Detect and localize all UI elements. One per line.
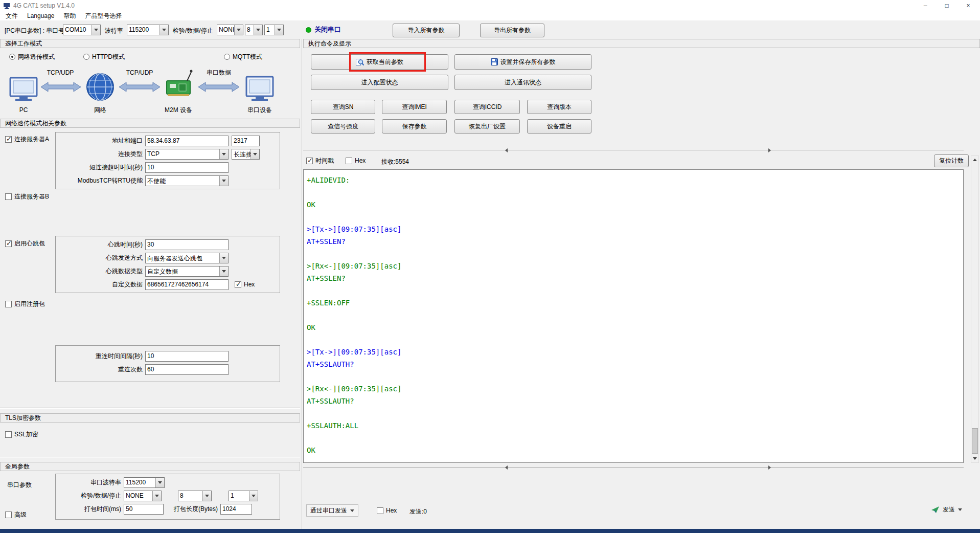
scroll-down-icon[interactable]	[971, 455, 978, 462]
scroll-up-icon[interactable]	[971, 156, 978, 164]
log-line: >[Rx<-][09:07:35][asc]	[307, 383, 963, 395]
serial-databits-select[interactable]: 8	[178, 491, 212, 501]
query-signal-button[interactable]: 查信号强度	[311, 119, 375, 134]
reboot-button[interactable]: 设备重启	[527, 119, 591, 134]
checkbox-icon	[346, 158, 352, 164]
log-bottom-splitter[interactable]	[303, 464, 964, 471]
packlen-input[interactable]	[220, 504, 252, 515]
splitter-right-arrow-icon[interactable]	[768, 148, 771, 152]
hb-type-select[interactable]: 自定义数据	[145, 266, 229, 277]
server-a-checkbox[interactable]: 连接服务器A	[5, 135, 49, 143]
send-button[interactable]: 发送	[931, 505, 962, 514]
menu-item[interactable]: 文件	[1, 12, 22, 20]
global-serial-group: 串口波特率 115200 检验/数据/停止 NONE 8 1 打包时间(ms) …	[55, 474, 280, 520]
ssl-checkbox[interactable]: SSL加密	[5, 430, 38, 438]
enter-config-button[interactable]: 进入配置状态	[311, 75, 448, 90]
reconnect-count-input[interactable]	[145, 364, 229, 375]
send-hex-checkbox[interactable]: Hex	[377, 506, 397, 515]
log-line: OK	[307, 321, 963, 334]
hb-data-input[interactable]	[145, 279, 229, 290]
reset-count-button[interactable]: 复位计数	[934, 154, 969, 167]
app-icon	[3, 2, 10, 9]
server-a-port-input[interactable]	[232, 136, 260, 146]
log-output[interactable]: +ALIDEVID: OK >[Tx->][09:07:35][asc] AT+…	[303, 169, 964, 463]
server-a-address-input[interactable]	[145, 136, 229, 146]
query-sn-button[interactable]: 查询SN	[311, 100, 375, 114]
hb-mode-select[interactable]: 向服务器发送心跳包	[145, 253, 229, 263]
log-line: >[Tx->][09:07:35][asc]	[307, 346, 963, 358]
splitter-right-arrow-icon[interactable]	[768, 465, 771, 470]
radio-httpd[interactable]: HTTPD模式	[83, 53, 125, 61]
conn-type-select[interactable]: TCP	[145, 149, 229, 160]
query-version-button[interactable]: 查询版本	[527, 100, 591, 114]
timestamp-checkbox[interactable]: 时间戳	[306, 157, 334, 165]
baud-select[interactable]: 115200	[127, 25, 169, 35]
short-conn-timeout-input[interactable]	[145, 162, 229, 173]
parity-select[interactable]: NONI	[217, 25, 243, 35]
menu-item[interactable]: 帮助	[59, 12, 80, 20]
reconnect-interval-label: 重连时间间隔(秒)	[56, 352, 145, 361]
factory-reset-button[interactable]: 恢复出厂设置	[454, 119, 520, 134]
command-header: 执行命令及提示	[303, 39, 980, 48]
stopbits-select[interactable]: 1	[264, 25, 284, 35]
set-save-params-button[interactable]: 设置并保存所有参数	[454, 54, 591, 70]
scrollbar-thumb[interactable]	[972, 428, 978, 454]
log-top-splitter[interactable]	[303, 147, 964, 153]
window-controls: – □ ×	[915, 0, 979, 11]
checkbox-icon	[377, 507, 383, 514]
checkbox-icon	[5, 240, 12, 247]
checkbox-icon	[235, 281, 241, 288]
recv-count: 接收:5554	[381, 158, 409, 166]
import-all-button[interactable]: 导入所有参数	[393, 24, 460, 37]
chevron-down-icon	[219, 266, 228, 276]
close-port-button[interactable]: 关闭串口	[306, 25, 341, 34]
menu-item[interactable]: Language	[22, 12, 59, 19]
hb-type-label: 心跳数据类型	[56, 267, 145, 276]
checkbox-icon	[5, 193, 12, 200]
log-line	[307, 432, 963, 444]
serial-stopbits-select[interactable]: 1	[229, 491, 258, 501]
register-checkbox[interactable]: 启用注册包	[5, 300, 45, 308]
minimize-button[interactable]: –	[915, 0, 936, 11]
server-a-group: 地址和端口 连接类型 TCP 长连接 短连接超时时间(秒) ModbusTCP转…	[55, 132, 280, 189]
hb-mode-label: 心跳发送方式	[56, 254, 145, 262]
radio-mqtt[interactable]: MQTT模式	[224, 53, 262, 61]
save-params-button[interactable]: 保存参数	[382, 119, 447, 134]
recv-hex-checkbox[interactable]: Hex	[346, 157, 366, 165]
advanced-checkbox[interactable]: 高级	[5, 510, 27, 519]
send-via-dropdown[interactable]: 通过串口发送	[306, 504, 358, 517]
modbus-select[interactable]: 不使能	[145, 175, 229, 186]
divider	[0, 408, 300, 409]
splitter-left-arrow-icon[interactable]	[505, 148, 508, 152]
enter-comm-button[interactable]: 进入通讯状态	[454, 75, 591, 90]
query-iccid-button[interactable]: 查询ICCID	[454, 100, 520, 114]
global-header: 全局参数	[0, 462, 300, 471]
databits-select[interactable]: 8	[245, 25, 263, 35]
maximize-button[interactable]: □	[936, 0, 958, 11]
radio-net-passthrough[interactable]: 网络透传模式	[9, 53, 55, 61]
query-imei-button[interactable]: 查询IMEI	[382, 100, 447, 114]
packtime-input[interactable]	[124, 504, 164, 515]
export-all-button[interactable]: 导出所有参数	[480, 24, 544, 37]
serial-parity-select[interactable]: NONE	[124, 491, 162, 501]
log-line	[307, 407, 963, 419]
close-button[interactable]: ×	[958, 0, 979, 11]
topology-diagram: TCP/UDP TCP/UDP 串口数据 PC 网络 M2M 设备 串口设备	[4, 66, 290, 115]
hb-hex-checkbox[interactable]: Hex	[235, 280, 255, 288]
serial-baud-select[interactable]: 115200	[124, 477, 165, 488]
splitter-left-arrow-icon[interactable]	[505, 465, 508, 470]
log-line: >[Rx<-][09:07:35][asc]	[307, 260, 963, 272]
com-port-select[interactable]: COM10	[63, 25, 101, 35]
conn-mode-select[interactable]: 长连接	[232, 149, 260, 160]
reconnect-interval-input[interactable]	[145, 351, 229, 362]
log-line: +SSLAUTH:ALL	[307, 419, 963, 432]
heartbeat-checkbox[interactable]: 启用心跳包	[5, 239, 45, 248]
radio-icon	[9, 54, 15, 60]
get-params-button[interactable]: 获取当前参数	[311, 54, 448, 70]
log-line: AT+SSLAUTH?	[307, 358, 963, 370]
hb-time-input[interactable]	[145, 239, 229, 250]
log-line	[307, 248, 963, 260]
menu-item[interactable]: 产品型号选择	[80, 12, 126, 20]
server-b-checkbox[interactable]: 连接服务器B	[5, 192, 49, 201]
log-vertical-scrollbar[interactable]	[971, 156, 979, 463]
